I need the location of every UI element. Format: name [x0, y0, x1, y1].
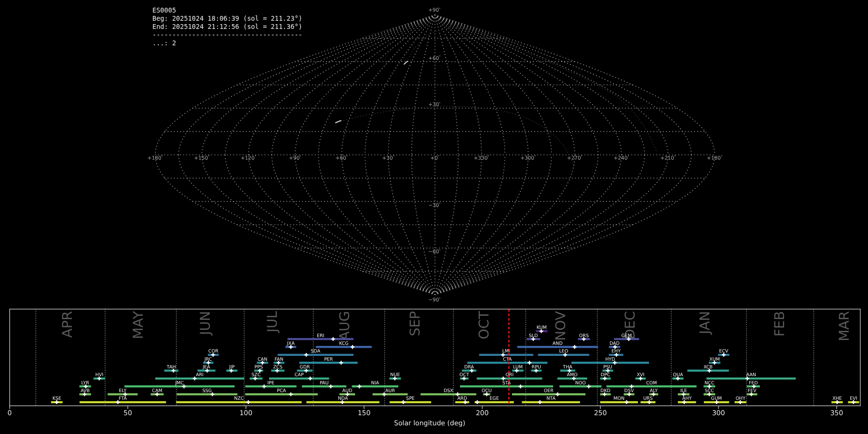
shower-ALY: ALY: [649, 388, 658, 396]
peak-marker: [502, 377, 505, 380]
shower-code-label: HVI: [95, 372, 103, 378]
shower-code-label: COR: [208, 349, 218, 354]
shower-code-label: DSV: [624, 388, 634, 393]
shower-URS: URS: [640, 396, 655, 404]
shower-XUM: XUM: [709, 357, 720, 365]
shower-EHY: EHY: [609, 349, 624, 357]
shower-bar: [475, 401, 514, 403]
shower-PER: PER: [299, 357, 358, 365]
lon-label: +150°: [194, 155, 210, 161]
lon-label: +300°: [520, 155, 536, 161]
shower-code-label: FTA: [119, 396, 127, 401]
shower-code-label: NDA: [338, 396, 348, 401]
shower-code-label: TAH: [166, 365, 176, 370]
shower-bar: [278, 354, 353, 356]
shower-code-label: SDA: [311, 349, 320, 354]
shower-code-label: JIP: [229, 365, 235, 370]
shower-code-label: DPC: [601, 372, 610, 378]
shower-code-label: ZCS: [273, 365, 283, 370]
shower-code-label: GEM: [622, 333, 632, 339]
shower-CTA: CTA: [467, 357, 547, 365]
shower-HVI: HVI: [94, 372, 105, 380]
shower-code-label: SLD: [529, 333, 538, 339]
peak-marker: [573, 345, 577, 349]
peak-marker: [401, 400, 405, 404]
month-label: OCT: [476, 311, 492, 339]
shower-bar: [600, 401, 638, 403]
shower-code-label: CTA: [503, 357, 512, 362]
shower-code-label: URS: [643, 396, 653, 401]
activity-chart: APRMAYJUNJULAUGSEPOCTNOVDECJANFEBMARKSEF…: [8, 309, 860, 427]
shower-PPS: PPS: [254, 365, 263, 373]
shower-bar: [678, 401, 696, 403]
shower-SLD: SLD: [527, 333, 540, 341]
shower-OCU: OCU: [482, 388, 492, 396]
shower-code-label: ERI: [317, 333, 324, 339]
shower-bar: [390, 401, 431, 403]
month-label: JUL: [264, 311, 280, 334]
lon-label: +90°: [289, 155, 301, 161]
lon-label: +270°: [567, 155, 583, 161]
shower-code-label: XCB: [704, 365, 713, 370]
shower-XCB: XCB: [687, 365, 729, 373]
shower-code-label: JXA: [286, 341, 295, 346]
shower-PAU: PAU: [302, 380, 346, 389]
header-separator: --------------------------------------: [152, 31, 302, 39]
shower-code-label: OHY: [735, 396, 746, 401]
shower-LEO: LEO: [538, 349, 589, 357]
shower-XHE: XHE: [831, 396, 843, 404]
shower-code-label: XHE: [832, 396, 842, 401]
month-label: JAN: [697, 311, 713, 335]
shower-bar: [176, 401, 301, 403]
shower-OHY: OHY: [734, 396, 746, 404]
shower-ECV: ECV: [718, 349, 730, 357]
shower-SSG: SSG: [176, 388, 237, 396]
x-tick-label: 250: [594, 409, 607, 417]
shower-SPE: SPE: [390, 396, 431, 404]
month-label: SEP: [407, 311, 423, 336]
meteor-streak-1: [336, 121, 341, 123]
peak-marker: [556, 393, 559, 396]
shower-bar: [571, 362, 649, 364]
x-tick-label: 300: [712, 409, 725, 417]
shower-CAN: CAN: [257, 357, 269, 365]
month-label: APR: [59, 311, 75, 338]
shower-code-label: ILE: [680, 388, 687, 393]
shower-code-label: QUA: [673, 372, 683, 378]
month-label: NOV: [553, 311, 569, 341]
shower-code-label: PER: [324, 357, 333, 362]
shower-code-label: AUR: [385, 388, 395, 393]
lon-label: +330°: [474, 155, 489, 161]
shower-STA: STA: [460, 380, 553, 389]
shower-SDA: SDA: [278, 349, 353, 357]
shower-NTA: NTA: [522, 396, 580, 404]
peak-marker: [262, 384, 266, 388]
shower-code-label: AVB: [81, 388, 90, 393]
lon-label: +180°: [148, 155, 163, 161]
shower-PSU: PSU: [602, 365, 613, 373]
peak-marker: [339, 361, 343, 365]
shower-AUR: AUR: [373, 388, 408, 396]
shower-code-label: OCU: [482, 388, 492, 393]
x-tick-label: 50: [123, 409, 132, 417]
shower-ZCS: ZCS: [271, 365, 284, 373]
shower-code-label: SPE: [406, 396, 415, 401]
shower-code-label: HYD: [605, 357, 615, 362]
peak-marker: [351, 345, 354, 349]
shower-MON: MON: [600, 396, 638, 404]
shower-code-label: NOO: [575, 380, 586, 386]
shower-code-label: XVI: [637, 372, 644, 378]
shower-SZC: SZC: [250, 372, 263, 380]
shower-code-label: KUM: [537, 325, 547, 330]
shower-bar: [455, 401, 469, 403]
observation-header: ES0005 Beg: 20251024 18:06:39 (sol = 211…: [152, 6, 302, 47]
shower-SCC: SCC: [704, 388, 715, 396]
shower-DAD: DAD: [609, 341, 621, 349]
peak-marker: [587, 384, 591, 388]
shower-COM: COM: [607, 380, 697, 389]
shower-AVB: AVB: [80, 388, 91, 396]
shower-bar: [517, 346, 598, 348]
shower-code-label: DRA: [464, 365, 475, 370]
peak-marker: [519, 384, 523, 388]
shower-code-label: AMO: [567, 372, 578, 378]
